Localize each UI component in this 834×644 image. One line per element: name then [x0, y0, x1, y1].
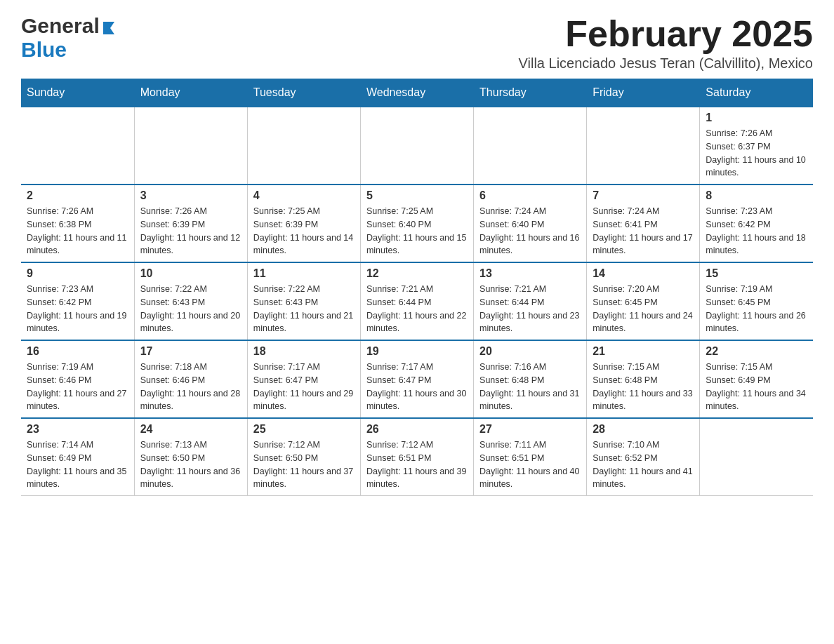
day-number: 14 [593, 267, 694, 280]
header-thursday: Thursday [474, 79, 587, 107]
calendar-table: SundayMondayTuesdayWednesdayThursdayFrid… [21, 79, 813, 496]
day-number: 13 [479, 267, 581, 280]
week-row-4: 16Sunrise: 7:19 AMSunset: 6:46 PMDayligh… [21, 340, 813, 418]
day-number: 5 [366, 189, 468, 202]
day-number: 9 [27, 267, 128, 280]
calendar-cell: 1Sunrise: 7:26 AMSunset: 6:37 PMDaylight… [700, 107, 813, 185]
calendar-cell: 4Sunrise: 7:25 AMSunset: 6:39 PMDaylight… [247, 185, 360, 262]
logo-general-text: General [21, 14, 100, 38]
day-info: Sunrise: 7:26 AMSunset: 6:38 PMDaylight:… [27, 205, 128, 257]
day-info: Sunrise: 7:14 AMSunset: 6:49 PMDaylight:… [27, 438, 128, 491]
calendar-cell: 9Sunrise: 7:23 AMSunset: 6:42 PMDaylight… [21, 262, 134, 340]
week-row-5: 23Sunrise: 7:14 AMSunset: 6:49 PMDayligh… [21, 418, 813, 496]
calendar-cell: 5Sunrise: 7:25 AMSunset: 6:40 PMDaylight… [360, 185, 473, 262]
calendar-cell: 27Sunrise: 7:11 AMSunset: 6:51 PMDayligh… [474, 418, 587, 496]
calendar-subtitle: Villa Licenciado Jesus Teran (Calvillito… [519, 55, 813, 72]
day-info: Sunrise: 7:11 AMSunset: 6:51 PMDaylight:… [479, 438, 581, 491]
day-info: Sunrise: 7:17 AMSunset: 6:47 PMDaylight:… [366, 361, 468, 413]
day-info: Sunrise: 7:16 AMSunset: 6:48 PMDaylight:… [479, 361, 581, 413]
day-number: 23 [27, 423, 128, 436]
calendar-cell: 17Sunrise: 7:18 AMSunset: 6:46 PMDayligh… [134, 340, 247, 418]
day-info: Sunrise: 7:12 AMSunset: 6:50 PMDaylight:… [253, 438, 355, 491]
header-sunday: Sunday [21, 79, 134, 107]
day-number: 6 [479, 189, 581, 202]
day-info: Sunrise: 7:22 AMSunset: 6:43 PMDaylight:… [253, 283, 355, 335]
day-number: 18 [253, 345, 355, 358]
day-number: 12 [366, 267, 468, 280]
day-number: 10 [140, 267, 241, 280]
day-number: 1 [706, 112, 807, 124]
calendar-cell: 3Sunrise: 7:26 AMSunset: 6:39 PMDaylight… [134, 185, 247, 262]
week-row-2: 2Sunrise: 7:26 AMSunset: 6:38 PMDaylight… [21, 185, 813, 262]
day-info: Sunrise: 7:12 AMSunset: 6:51 PMDaylight:… [366, 438, 468, 491]
calendar-cell: 25Sunrise: 7:12 AMSunset: 6:50 PMDayligh… [247, 418, 360, 496]
day-info: Sunrise: 7:19 AMSunset: 6:46 PMDaylight:… [27, 361, 128, 413]
calendar-cell: 18Sunrise: 7:17 AMSunset: 6:47 PMDayligh… [247, 340, 360, 418]
day-info: Sunrise: 7:15 AMSunset: 6:48 PMDaylight:… [593, 361, 694, 413]
calendar-header: SundayMondayTuesdayWednesdayThursdayFrid… [21, 79, 813, 107]
title-section: February 2025 Villa Licenciado Jesus Ter… [519, 14, 813, 72]
calendar-cell: 26Sunrise: 7:12 AMSunset: 6:51 PMDayligh… [360, 418, 473, 496]
header-monday: Monday [134, 79, 247, 107]
day-info: Sunrise: 7:26 AMSunset: 6:39 PMDaylight:… [140, 205, 241, 257]
day-number: 4 [253, 189, 355, 202]
day-number: 27 [479, 423, 581, 436]
day-info: Sunrise: 7:22 AMSunset: 6:43 PMDaylight:… [140, 283, 241, 335]
calendar-title: February 2025 [519, 14, 813, 54]
calendar-cell: 8Sunrise: 7:23 AMSunset: 6:42 PMDaylight… [700, 185, 813, 262]
calendar-cell: 7Sunrise: 7:24 AMSunset: 6:41 PMDaylight… [587, 185, 700, 262]
day-info: Sunrise: 7:26 AMSunset: 6:37 PMDaylight:… [706, 127, 807, 180]
day-number: 2 [27, 189, 128, 202]
calendar-cell [474, 107, 587, 185]
day-number: 22 [706, 345, 807, 358]
day-number: 26 [366, 423, 468, 436]
calendar-cell: 28Sunrise: 7:10 AMSunset: 6:52 PMDayligh… [587, 418, 700, 496]
calendar-cell: 6Sunrise: 7:24 AMSunset: 6:40 PMDaylight… [474, 185, 587, 262]
calendar-cell [134, 107, 247, 185]
day-number: 21 [593, 345, 694, 358]
day-info: Sunrise: 7:10 AMSunset: 6:52 PMDaylight:… [593, 438, 694, 491]
calendar-cell: 16Sunrise: 7:19 AMSunset: 6:46 PMDayligh… [21, 340, 134, 418]
day-info: Sunrise: 7:25 AMSunset: 6:40 PMDaylight:… [366, 205, 468, 257]
calendar-cell [21, 107, 134, 185]
day-number: 3 [140, 189, 241, 202]
header-saturday: Saturday [700, 79, 813, 107]
header-friday: Friday [587, 79, 700, 107]
day-info: Sunrise: 7:19 AMSunset: 6:45 PMDaylight:… [706, 283, 807, 335]
day-info: Sunrise: 7:17 AMSunset: 6:47 PMDaylight:… [253, 361, 355, 413]
calendar-cell: 10Sunrise: 7:22 AMSunset: 6:43 PMDayligh… [134, 262, 247, 340]
header-tuesday: Tuesday [247, 79, 360, 107]
calendar-body: 1Sunrise: 7:26 AMSunset: 6:37 PMDaylight… [21, 107, 813, 496]
calendar-cell [700, 418, 813, 496]
page-header: General Blue February 2025 Villa Licenci… [21, 14, 813, 72]
day-number: 28 [593, 423, 694, 436]
calendar-cell: 23Sunrise: 7:14 AMSunset: 6:49 PMDayligh… [21, 418, 134, 496]
day-number: 24 [140, 423, 241, 436]
day-number: 19 [366, 345, 468, 358]
day-info: Sunrise: 7:13 AMSunset: 6:50 PMDaylight:… [140, 438, 241, 491]
week-row-3: 9Sunrise: 7:23 AMSunset: 6:42 PMDaylight… [21, 262, 813, 340]
day-info: Sunrise: 7:18 AMSunset: 6:46 PMDaylight:… [140, 361, 241, 413]
calendar-cell: 21Sunrise: 7:15 AMSunset: 6:48 PMDayligh… [587, 340, 700, 418]
calendar-cell: 20Sunrise: 7:16 AMSunset: 6:48 PMDayligh… [474, 340, 587, 418]
day-info: Sunrise: 7:15 AMSunset: 6:49 PMDaylight:… [706, 361, 807, 413]
day-info: Sunrise: 7:21 AMSunset: 6:44 PMDaylight:… [366, 283, 468, 335]
calendar-cell: 24Sunrise: 7:13 AMSunset: 6:50 PMDayligh… [134, 418, 247, 496]
day-info: Sunrise: 7:24 AMSunset: 6:41 PMDaylight:… [593, 205, 694, 257]
calendar-cell [587, 107, 700, 185]
calendar-cell: 11Sunrise: 7:22 AMSunset: 6:43 PMDayligh… [247, 262, 360, 340]
calendar-cell: 2Sunrise: 7:26 AMSunset: 6:38 PMDaylight… [21, 185, 134, 262]
day-number: 7 [593, 189, 694, 202]
logo-blue-text: Blue [21, 38, 67, 62]
logo-flag-icon [102, 19, 117, 34]
logo: General Blue [21, 14, 117, 62]
calendar-cell [247, 107, 360, 185]
day-number: 11 [253, 267, 355, 280]
calendar-cell: 22Sunrise: 7:15 AMSunset: 6:49 PMDayligh… [700, 340, 813, 418]
day-number: 17 [140, 345, 241, 358]
days-of-week-row: SundayMondayTuesdayWednesdayThursdayFrid… [21, 79, 813, 107]
day-number: 8 [706, 189, 807, 202]
calendar-cell: 14Sunrise: 7:20 AMSunset: 6:45 PMDayligh… [587, 262, 700, 340]
day-info: Sunrise: 7:23 AMSunset: 6:42 PMDaylight:… [706, 205, 807, 257]
calendar-cell [360, 107, 473, 185]
